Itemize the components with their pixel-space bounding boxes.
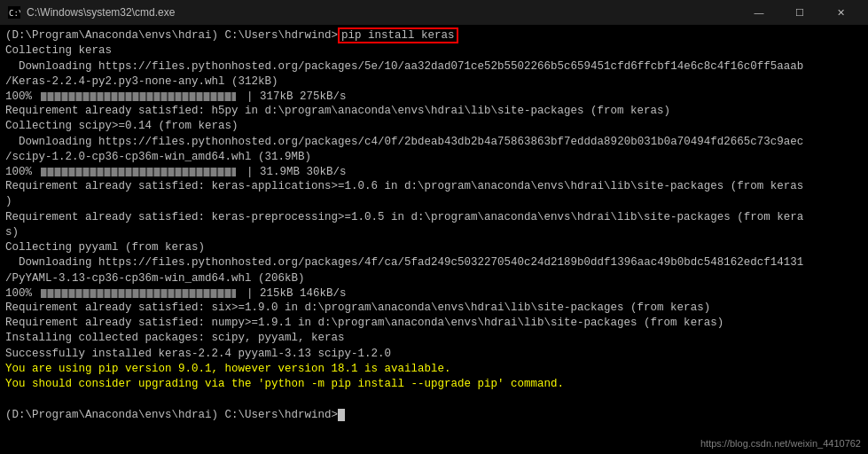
progress-pct: 100% [5,287,37,300]
terminal-line [5,392,863,407]
minimize-button[interactable]: — [739,0,779,25]
watermark: https://blog.csdn.net/weixin_4410762 [700,438,861,449]
terminal-line: Collecting pyyaml (from keras) [5,240,863,255]
terminal-prompt-final: (D:\Program\Anaconda\envs\hdrai) C:\User… [5,408,863,423]
window-controls: — ☐ ✕ [739,0,861,25]
window-title: C:\Windows\system32\cmd.exe [27,6,739,19]
progress-pct: 100% [5,90,37,103]
terminal-line: Downloading https://files.pythonhosted.o… [5,59,863,74]
terminal-line: (D:\Program\Anaconda\envs\hdrai) C:\User… [5,28,863,43]
progress-pct: 100% [5,166,37,178]
terminal-line: /PyYAML-3.13-cp36-cp36m-win_amd64.whl (2… [5,271,863,286]
cmd-window: C:\ C:\Windows\system32\cmd.exe — ☐ ✕ (D… [0,0,868,454]
terminal-line: ) [5,194,863,209]
terminal-line: Installing collected packages: scipy, py… [5,331,863,346]
terminal-line: Requirement already satisfied: keras-app… [5,179,863,194]
progress-filled [41,92,236,101]
terminal-line: Downloading https://files.pythonhosted.o… [5,255,863,270]
progress-bar [41,168,236,176]
terminal-line: Downloading https://files.pythonhosted.o… [5,135,863,150]
terminal-line: /Keras-2.2.4-py2.py3-none-any.whl (312kB… [5,74,863,90]
terminal-line: Requirement already satisfied: h5py in d… [5,104,863,119]
title-bar: C:\ C:\Windows\system32\cmd.exe — ☐ ✕ [0,0,868,25]
close-button[interactable]: ✕ [820,0,861,25]
terminal-line: /scipy-1.2.0-cp36-cp36m-win_amd64.whl (3… [5,150,863,165]
progress-line: 100% | 215kB 146kB/s [5,287,863,300]
progress-filled [41,168,236,176]
prompt-text: (D:\Program\Anaconda\envs\hdrai) C:\User… [5,29,338,42]
cmd-icon: C:\ [7,5,21,20]
terminal-line: s) [5,225,863,240]
progress-bar [41,289,236,298]
terminal-body: (D:\Program\Anaconda\envs\hdrai) C:\User… [0,25,868,454]
terminal-line: Requirement already satisfied: numpy>=1.… [5,316,863,331]
terminal-line: Successfully installed keras-2.2.4 pyyam… [5,347,863,362]
progress-line: 100% | 31.9MB 30kB/s [5,166,863,178]
cursor [338,409,345,421]
progress-bar [41,92,236,101]
progress-info: | 215kB 146kB/s [246,287,347,300]
maximize-button[interactable]: ☐ [779,0,820,25]
terminal-line: Collecting keras [5,43,863,59]
command-highlight: pip install keras [338,27,458,43]
terminal-line: Requirement already satisfied: six>=1.9.… [5,301,863,316]
svg-text:C:\: C:\ [9,9,20,18]
terminal-line-yellow: You should consider upgrading via the 'p… [5,377,863,392]
progress-info: | 317kB 275kB/s [246,90,347,103]
terminal-line: Requirement already satisfied: keras-pre… [5,210,863,225]
progress-info: | 31.9MB 30kB/s [246,166,347,178]
terminal-line-yellow: You are using pip version 9.0.1, however… [5,362,863,377]
progress-line: 100% | 317kB 275kB/s [5,90,863,103]
terminal-line: Collecting scipy>=0.14 (from keras) [5,119,863,134]
progress-filled [41,289,236,298]
